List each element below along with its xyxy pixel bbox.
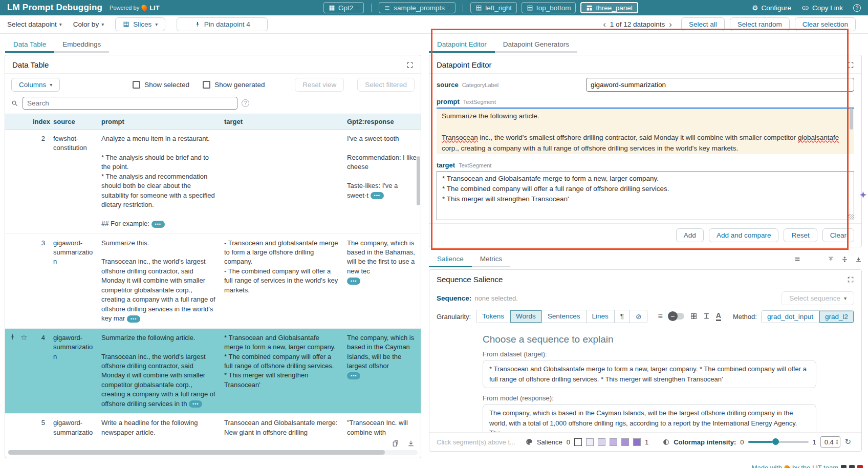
- previous-datapoint-button[interactable]: ‹: [603, 20, 606, 29]
- footer-icon[interactable]: [841, 465, 847, 468]
- column-header[interactable]: target: [220, 114, 343, 129]
- tab-salience[interactable]: Salience: [429, 251, 472, 267]
- from-model-option[interactable]: The company, which is based in the Cayma…: [483, 404, 816, 432]
- drag-handle-icon[interactable]: =: [795, 254, 800, 265]
- pinned-icon[interactable]: [9, 333, 16, 341]
- granularity-paragraph-icon[interactable]: ¶: [614, 310, 630, 323]
- granularity-none-icon[interactable]: ⊘: [630, 310, 647, 323]
- reset-intensity-icon[interactable]: ↻: [844, 437, 851, 446]
- field-type: CategoryLabel: [462, 82, 499, 88]
- color-by-dropdown[interactable]: Color by ▾: [73, 20, 104, 28]
- columns-button[interactable]: Columns ▾: [11, 78, 60, 92]
- split-panels-icon[interactable]: [841, 256, 848, 263]
- granularity-lines[interactable]: Lines: [586, 310, 614, 323]
- chevron-down-icon: ▾: [155, 22, 158, 27]
- grid-icon: [527, 5, 533, 11]
- show-selected-checkbox[interactable]: Show selected: [133, 81, 189, 89]
- chevron-down-icon: ▾: [50, 82, 52, 88]
- copy-icon[interactable]: [392, 440, 399, 447]
- granularity-sentences[interactable]: Sentences: [541, 310, 586, 323]
- configure-button[interactable]: ⚙ Configure: [752, 4, 791, 12]
- target-textarea[interactable]: * Transocean and Globalsantafe merge to …: [437, 171, 854, 220]
- search-icon: [11, 100, 18, 107]
- tab-data-table[interactable]: Data Table: [5, 37, 54, 53]
- column-header[interactable]: source: [49, 114, 97, 129]
- download-icon[interactable]: [407, 440, 415, 447]
- tab-metrics[interactable]: Metrics: [472, 251, 511, 267]
- granularity-tokens[interactable]: Tokens: [476, 310, 510, 323]
- expand-text-pill[interactable]: •••: [347, 278, 360, 285]
- expand-text-pill[interactable]: •••: [127, 315, 140, 323]
- method-segmented-control: grad_dot_input grad_l2: [761, 310, 854, 323]
- expand-text-pill[interactable]: •••: [371, 192, 384, 199]
- select-datapoint-dropdown[interactable]: Select datapoint ▾: [7, 20, 62, 28]
- vertical-scrollbar[interactable]: [417, 156, 420, 205]
- source-input[interactable]: [586, 78, 854, 92]
- granularity-words[interactable]: Words: [510, 310, 541, 323]
- horizontal-scrollbar[interactable]: [8, 450, 418, 455]
- step-down-icon[interactable]: ▾: [836, 442, 838, 445]
- expand-icon[interactable]: [847, 61, 854, 69]
- select-filtered-button[interactable]: Select filtered: [357, 78, 415, 92]
- slices-button[interactable]: Slices ▾: [115, 17, 165, 31]
- prompt-scrollbar[interactable]: [850, 108, 853, 130]
- expand-icon[interactable]: [406, 61, 414, 69]
- select-sequence-button[interactable]: Select sequence ▾: [782, 291, 854, 305]
- star-icon[interactable]: ☆: [20, 333, 27, 341]
- footer-icon[interactable]: [849, 465, 855, 468]
- tab-datapoint-editor[interactable]: Datapoint Editor: [429, 37, 495, 53]
- table-row-selected[interactable]: ☆ 4 gigaword-summarization Summarize the…: [5, 329, 421, 414]
- clear-selection-button[interactable]: Clear selection: [795, 17, 856, 31]
- dataset-selector[interactable]: sample_prompts ▾: [379, 2, 455, 13]
- column-gutter: [5, 114, 29, 129]
- method-grad-l2[interactable]: grad_l2: [819, 311, 854, 323]
- layout-left-right[interactable]: left_right: [470, 2, 517, 13]
- dense-view-icon[interactable]: ≡: [658, 312, 662, 321]
- vertical-align-icon[interactable]: [703, 313, 710, 320]
- table-row[interactable]: 2 fewshot-constitution Analyze a menu it…: [5, 130, 421, 234]
- column-header[interactable]: prompt: [97, 114, 220, 129]
- grid-layout-icon[interactable]: [690, 313, 697, 320]
- search-input[interactable]: [23, 97, 237, 110]
- sparkle-icon[interactable]: [859, 190, 867, 199]
- expand-text-pill[interactable]: •••: [189, 400, 202, 408]
- select-all-button[interactable]: Select all: [681, 17, 725, 31]
- scrollbar-thumb[interactable]: [8, 450, 385, 455]
- intensity-stepper[interactable]: 0.4 ▴ ▾: [820, 436, 841, 448]
- tab-embeddings[interactable]: Embeddings: [54, 37, 109, 53]
- text-color-toggle[interactable]: A: [716, 312, 721, 321]
- method-label: Method:: [733, 313, 757, 321]
- reset-button[interactable]: Reset: [784, 228, 817, 242]
- next-datapoint-button[interactable]: ›: [669, 20, 672, 29]
- column-header[interactable]: Gpt2:response: [343, 114, 421, 129]
- resize-handle[interactable]: [849, 214, 854, 219]
- tab-datapoint-generators[interactable]: Datapoint Generators: [495, 37, 577, 53]
- layout-top-bottom[interactable]: top_bottom: [522, 2, 576, 13]
- table-row[interactable]: 5 gigaword-summarization Write a headlin…: [5, 414, 421, 438]
- display-toggle[interactable]: –: [669, 313, 684, 320]
- pin-datapoint-button[interactable]: Pin datapoint 4: [177, 17, 268, 31]
- clear-button[interactable]: Clear: [822, 228, 854, 242]
- add-button[interactable]: Add: [676, 228, 704, 242]
- table-row[interactable]: 3 gigaword-summarization Summarize this.…: [5, 234, 421, 329]
- from-dataset-option[interactable]: * Transocean and Globalsantafe merge to …: [483, 360, 816, 388]
- layout-three-panel[interactable]: three_panel: [580, 2, 638, 13]
- prompt-textarea[interactable]: Summarize the following article. Transoc…: [437, 108, 854, 154]
- method-grad-dot-input[interactable]: grad_dot_input: [762, 311, 819, 323]
- expand-icon[interactable]: [847, 276, 854, 283]
- add-and-compare-button[interactable]: Add and compare: [709, 228, 779, 242]
- footer-icon[interactable]: [857, 465, 863, 468]
- copy-link-button[interactable]: Copy Link: [801, 4, 843, 12]
- column-header[interactable]: index: [29, 114, 49, 129]
- expand-text-pill[interactable]: •••: [151, 221, 165, 228]
- help-icon[interactable]: ?: [853, 4, 861, 12]
- collapse-down-icon[interactable]: [855, 256, 862, 263]
- slider-thumb[interactable]: [772, 438, 779, 445]
- reset-view-button[interactable]: Reset view: [295, 78, 344, 92]
- select-random-button[interactable]: Select random: [730, 17, 790, 31]
- model-selector[interactable]: Gpt2 ▾: [323, 2, 364, 13]
- colormap-intensity-slider[interactable]: [748, 441, 809, 443]
- collapse-up-icon[interactable]: [828, 256, 834, 263]
- show-generated-checkbox[interactable]: Show generated: [203, 81, 265, 89]
- expand-text-pill[interactable]: •••: [347, 372, 360, 379]
